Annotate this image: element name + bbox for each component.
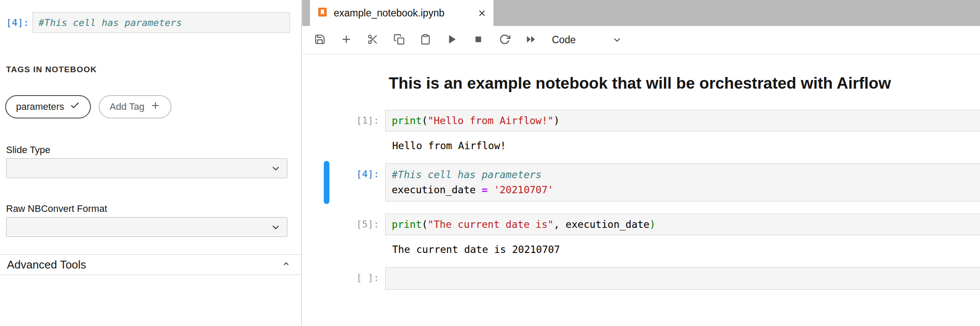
code-line: print("The current date is", execution_d… (386, 214, 980, 235)
slide-type-select[interactable] (6, 158, 287, 178)
chevron-down-icon (612, 35, 622, 45)
add-tag-button[interactable]: Add Tag (99, 95, 171, 118)
code-token-builtin: print (392, 115, 422, 126)
plus-icon (150, 100, 161, 113)
save-icon (314, 34, 326, 46)
run-cell-icon (446, 34, 458, 46)
collapse-caret-icon (282, 260, 290, 269)
jupyterlab-window: [4]: #This cell has parameters TAGS IN N… (0, 0, 980, 326)
paste-cells-icon (420, 34, 431, 46)
code-token: ( (422, 219, 428, 230)
cell-editor[interactable]: print("The current date is", execution_d… (385, 214, 980, 235)
copy-cells-icon (393, 34, 405, 46)
code-token: execution_date (392, 184, 482, 195)
code-token-string: "Hello from Airflow!" (428, 115, 554, 126)
tab-title: example_notebook.ipynb (334, 7, 445, 19)
notebook-toolbar: Code (302, 26, 980, 54)
code-line: #This cell has parameters (386, 167, 980, 182)
run-all-cells-button[interactable] (525, 35, 537, 46)
interrupt-kernel-icon (473, 34, 484, 46)
code-token-string: "The current date is" (428, 219, 554, 230)
notebook-icon (317, 6, 328, 19)
restart-kernel-icon (499, 34, 510, 46)
code-token: ) (554, 115, 560, 126)
chevron-down-icon (271, 222, 281, 234)
selected-cell-preview: [4]: #This cell has parameters (0, 12, 301, 33)
code-line: execution_date = '20210707' (386, 182, 980, 198)
interrupt-kernel-button[interactable] (473, 35, 484, 46)
notebook-heading: This is an example notebook that will be… (389, 74, 891, 93)
raw-nbconvert-label: Raw NBConvert Format (6, 203, 107, 214)
code-token-string: '20210707' (488, 184, 554, 195)
code-line: print("Hello from Airflow!") (386, 110, 980, 131)
cell-prompt: [5]: (302, 219, 379, 230)
tags-list: parameters Add Tag (5, 95, 171, 118)
run-cell-button[interactable] (446, 35, 458, 46)
notebook-panel: example_notebook.ipynb (302, 0, 980, 326)
cell-type-dropdown[interactable]: Code (552, 34, 622, 46)
slide-type-label: Slide Type (6, 144, 50, 156)
cell-editor[interactable]: #This cell has parametersexecution_date … (385, 163, 980, 201)
add-tag-label: Add Tag (110, 101, 144, 112)
check-icon (70, 100, 80, 113)
chevron-down-icon (271, 163, 281, 176)
cell-preview-editor[interactable]: #This cell has parameters (32, 12, 290, 33)
insert-cell-below-icon (341, 34, 352, 46)
cell-type-value: Code (552, 34, 576, 46)
property-inspector-sidebar: [4]: #This cell has parameters TAGS IN N… (0, 0, 302, 326)
code-token: ( (422, 115, 428, 126)
close-icon[interactable] (477, 9, 487, 18)
cell-prompt: [4]: (0, 17, 32, 28)
advanced-tools-section[interactable]: Advanced Tools (0, 254, 301, 275)
dock-tab-bar: example_notebook.ipynb (302, 0, 980, 26)
tags-in-notebook-header: TAGS IN NOTEBOOK (6, 65, 97, 74)
copy-cells-button[interactable] (393, 35, 405, 46)
code-token: ) (649, 219, 655, 230)
cell-editor[interactable]: print("Hello from Airflow!") (385, 110, 980, 131)
tag-parameters[interactable]: parameters (5, 95, 91, 118)
code-token-comment: #This cell has parameters (392, 169, 542, 180)
code-token-operator: = (482, 184, 488, 195)
cell-preview-code: #This cell has parameters (39, 17, 182, 28)
insert-cell-below-button[interactable] (341, 35, 352, 46)
raw-nbconvert-select[interactable] (6, 217, 287, 237)
selected-cell-indicator[interactable] (324, 161, 329, 204)
run-all-cells-icon (525, 34, 537, 46)
code-token: , execution_date (554, 219, 650, 230)
paste-cells-button[interactable] (420, 35, 431, 46)
tag-label: parameters (16, 101, 64, 112)
cell-prompt: [ ]: (302, 272, 379, 283)
cut-cells-button[interactable] (367, 35, 378, 46)
notebook-content: This is an example notebook that will be… (302, 54, 980, 326)
save-button[interactable] (314, 35, 326, 46)
restart-kernel-button[interactable] (499, 35, 510, 46)
cell-output-1: Hello from Airflow! (392, 139, 506, 152)
cell-prompt: [4]: (302, 169, 379, 179)
notebook-tab[interactable]: example_notebook.ipynb (310, 0, 493, 26)
code-token-builtin: print (392, 219, 422, 230)
cell-output-5: The current date is 20210707 (392, 243, 560, 256)
cell-prompt: [1]: (302, 115, 379, 126)
advanced-tools-label: Advanced Tools (7, 258, 86, 272)
cut-cells-icon (367, 34, 378, 46)
cell-editor[interactable] (385, 267, 980, 290)
